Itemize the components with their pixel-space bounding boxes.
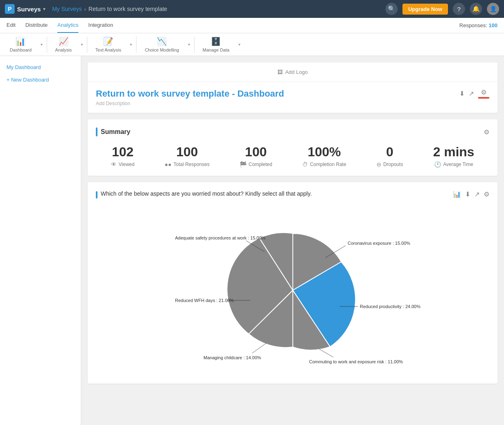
stat-average-time: 2 mins 🕐 Average Time [433,145,474,168]
toolbar: 📊 Dashboard ▾ 📈 Analysis ▾ 📝 Text Analys… [0,33,504,56]
question-download-icon[interactable]: ⬇ [465,190,470,198]
dashboard-header-card: 🖼 Add Logo Return to work survey templat… [88,63,498,113]
dashboard-settings[interactable]: ⚙ [478,88,489,99]
dropouts-icon: ⊖ [376,161,381,168]
stat-dropouts-number: 0 [376,145,403,160]
summary-title-row: Summary ⚙ [96,127,489,136]
stat-total-responses: 100 ●● Total Responses [164,145,210,168]
toolbar-sep-3 [136,37,136,53]
nav-distribute[interactable]: Distribute [25,18,48,33]
stat-average-time-label: 🕐 Average Time [433,161,474,168]
analysis-dropdown-arrow[interactable]: ▾ [78,41,85,48]
stat-viewed: 102 👁 Viewed [111,145,134,168]
question-chart-icon[interactable]: 📊 [453,190,461,198]
notification-icon[interactable]: 🔔 [470,3,482,15]
toolbar-manage-data-label: Manage Data [203,47,229,52]
question-settings-icon[interactable]: ⚙ [484,190,489,198]
stat-completed-label: 🏁 Completed [240,161,272,168]
dashboard-title: Return to work survey template - Dashboa… [96,88,284,99]
toolbar-text-analysis-label: Text Analysis [95,47,121,52]
avatar[interactable]: 👤 [487,3,499,15]
sidebar: My Dashboard + New Dashboard [0,56,81,425]
label-productivity: Reduced productivity : 24.00% [360,304,420,309]
dashboard-description[interactable]: Add Description [96,101,284,106]
label-wfh: Reduced WFH days : 21.00% [175,298,234,303]
toolbar-sep-2 [87,37,87,53]
manage-data-dropdown-arrow[interactable]: ▾ [236,41,243,48]
dashboard-share-icon[interactable]: ↗ [469,90,474,97]
stat-completed-number: 100 [240,145,272,160]
stat-dropouts-label: ⊖ Dropouts [376,161,403,168]
toolbar-choice-modelling-label: Choice Modelling [145,47,179,52]
settings-red-indicator [478,97,489,99]
choice-modelling-icon: 📉 [157,37,167,46]
dashboard-download-icon[interactable]: ⬇ [459,90,465,97]
toolbar-dashboard[interactable]: 📊 Dashboard ▾ [3,34,45,55]
pie-chart-container: Coronavirus exposure : 15.00% Reduced pr… [96,205,489,375]
toolbar-manage-data[interactable]: 🗄️ Manage Data ▾ [196,34,243,55]
brand[interactable]: P Surveys ▾ [5,4,45,14]
question-text: Which of the below aspects are you worri… [96,190,453,198]
summary-card: Summary ⚙ 102 👁 Viewed 100 ●● Total Resp [88,119,498,176]
question-card: Which of the below aspects are you worri… [88,182,498,384]
average-time-icon: 🕐 [434,161,441,168]
label-childcare: Managing childcare : 14.00% [203,355,261,360]
summary-blue-bar [96,127,97,136]
add-logo-icon: 🖼 [277,69,283,75]
label-commuting: Commuting to work and exposure risk : 11… [309,359,403,364]
toolbar-sep-4 [194,37,195,53]
stat-total-number: 100 [164,145,210,160]
toolbar-choice-modelling[interactable]: 📉 Choice Modelling ▾ [138,34,192,55]
stats-row: 102 👁 Viewed 100 ●● Total Responses 100 [96,145,489,168]
pie-chart: Coronavirus exposure : 15.00% Reduced pr… [171,213,415,367]
help-icon[interactable]: ? [453,3,465,15]
breadcrumb-separator: › [84,6,86,12]
manage-data-icon: 🗄️ [211,37,221,46]
second-nav: Edit Distribute Analytics Integration Re… [0,18,504,33]
question-blue-bar [96,191,97,198]
viewed-icon: 👁 [111,161,117,168]
summary-title: Summary [96,127,130,136]
toolbar-analysis[interactable]: 📈 Analysis ▾ [49,34,85,55]
top-bar: P Surveys ▾ My Surveys › Return to work … [0,0,504,18]
total-responses-icon: ●● [164,161,171,168]
question-share-icon[interactable]: ↗ [474,190,480,198]
layout: My Dashboard + New Dashboard 🖼 Add Logo … [0,56,504,425]
stat-dropouts: 0 ⊖ Dropouts [376,145,403,168]
question-header: Which of the below aspects are you worri… [96,190,489,198]
dashboard-settings-icon[interactable]: ⚙ [481,89,487,96]
toolbar-text-analysis[interactable]: 📝 Text Analysis ▾ [89,34,135,55]
sidebar-new-dashboard[interactable]: + New Dashboard [0,73,81,86]
summary-settings-icon[interactable]: ⚙ [484,128,489,136]
responses-count: Responses: 100 [459,22,498,28]
text-analysis-dropdown-arrow[interactable]: ▾ [128,41,134,48]
dashboard-icon: 📊 [15,37,26,46]
text-analysis-icon: 📝 [103,37,113,46]
search-icon[interactable]: 🔍 [385,3,398,15]
top-bar-right: 🔍 Upgrade Now ? 🔔 👤 [385,3,499,15]
breadcrumb-current: Return to work survey template [89,6,167,12]
stat-average-time-number: 2 mins [433,145,474,160]
add-logo-button[interactable]: 🖼 Add Logo [88,63,498,82]
nav-integration[interactable]: Integration [88,18,113,33]
label-line-commuting [319,349,333,357]
nav-edit[interactable]: Edit [6,18,15,33]
app-logo: P [5,4,15,14]
dashboard-dropdown-arrow[interactable]: ▾ [38,41,45,48]
dashboard-actions: ⬇ ↗ ⚙ [459,88,489,99]
breadcrumb-my-surveys[interactable]: My Surveys [52,6,82,12]
choice-modelling-dropdown-arrow[interactable]: ▾ [186,41,193,48]
brand-dropdown-arrow[interactable]: ▾ [43,6,45,12]
toolbar-sep-1 [47,37,47,53]
toolbar-analysis-label: Analysis [55,47,72,52]
app-name: Surveys [17,6,41,13]
breadcrumb: My Surveys › Return to work survey templ… [52,6,385,12]
question-actions: 📊 ⬇ ↗ ⚙ [453,190,489,198]
label-safety: Adequate safety procedures at work : 15.… [175,235,266,240]
stat-viewed-label: 👁 Viewed [111,161,134,168]
upgrade-button[interactable]: Upgrade Now [402,4,448,15]
analysis-icon: 📈 [58,37,69,46]
stat-total-label: ●● Total Responses [164,161,210,168]
sidebar-my-dashboard[interactable]: My Dashboard [0,61,81,73]
nav-analytics[interactable]: Analytics [57,18,78,33]
